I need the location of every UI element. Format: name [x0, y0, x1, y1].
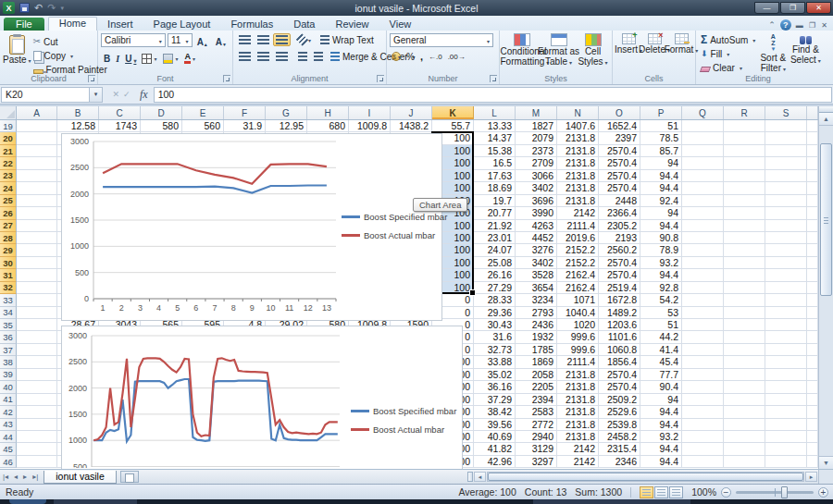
cell-A46[interactable] [17, 456, 57, 468]
restore-button[interactable]: ❐ [780, 2, 805, 14]
font-dialog-launcher-icon[interactable] [223, 75, 230, 82]
cell-O27[interactable]: 2305.2 [599, 220, 640, 232]
cell-R46[interactable] [724, 456, 765, 468]
cell-P40[interactable]: 90.4 [640, 381, 682, 393]
cell-N36[interactable]: 999.6 [557, 331, 599, 343]
cell-R38[interactable] [724, 356, 765, 368]
cell-A45[interactable] [17, 443, 57, 455]
cell-L39[interactable]: 35.02 [474, 369, 516, 381]
cell-M36[interactable]: 1932 [516, 331, 557, 343]
cell-Q31[interactable] [682, 269, 724, 281]
cell-L20[interactable]: 14.37 [474, 132, 516, 144]
cell-O19[interactable]: 1652.4 [599, 120, 640, 132]
cell-O28[interactable]: 2193 [599, 232, 640, 244]
cell-O23[interactable]: 2570.4 [599, 170, 640, 182]
italic-button[interactable]: I [113, 54, 122, 64]
font-size-select[interactable]: 11 [168, 33, 193, 47]
row-header-26[interactable]: 26 [0, 207, 17, 219]
cell-P36[interactable]: 44.2 [640, 331, 682, 343]
excel-app-icon[interactable] [3, 2, 15, 14]
cell-M28[interactable]: 4452 [516, 232, 557, 244]
cell-O22[interactable]: 2570.4 [599, 157, 640, 169]
cell-Q27[interactable] [682, 220, 724, 232]
cell-O37[interactable]: 1060.8 [599, 344, 640, 356]
cell-M43[interactable]: 2772 [516, 419, 557, 431]
column-header-L[interactable]: L [474, 106, 516, 119]
minimize-button[interactable]: — [754, 2, 779, 14]
cell-A24[interactable] [17, 182, 57, 194]
cell-O44[interactable]: 2458.2 [599, 431, 640, 443]
cell-M32[interactable]: 3654 [516, 282, 557, 294]
cell-L38[interactable]: 33.88 [474, 356, 516, 368]
cell-L31[interactable]: 26.16 [474, 269, 516, 281]
cell-S34[interactable] [765, 307, 807, 319]
cell-M19[interactable]: 1827 [516, 120, 557, 132]
cell-R26[interactable] [724, 207, 765, 219]
column-header-C[interactable]: C [99, 106, 141, 119]
tab-insert[interactable]: Insert [97, 18, 143, 31]
cell-Q33[interactable] [682, 294, 724, 306]
cell-Q45[interactable] [682, 443, 724, 455]
cell-R24[interactable] [724, 182, 765, 194]
enter-icon[interactable]: ✓ [123, 90, 131, 99]
cell-R21[interactable] [724, 145, 765, 157]
cell-M22[interactable]: 2709 [516, 157, 557, 169]
cell-L36[interactable]: 31.6 [474, 331, 516, 343]
row-header-28[interactable]: 28 [0, 232, 17, 244]
vertical-scrollbar[interactable]: ▲ ▼ [818, 106, 833, 469]
save-icon[interactable] [19, 3, 30, 13]
autosum-button[interactable]: ΣAutoSum [699, 33, 757, 46]
cell-S46[interactable] [765, 456, 807, 468]
cell-O31[interactable]: 2570.4 [599, 269, 640, 281]
cell-A20[interactable] [17, 132, 57, 144]
cell-P41[interactable]: 94 [640, 394, 682, 406]
align-left-button[interactable] [236, 50, 254, 63]
cell-M33[interactable]: 3234 [516, 294, 557, 306]
cell-P45[interactable]: 94.4 [640, 443, 682, 455]
cell-Q39[interactable] [682, 369, 724, 381]
accounting-format-icon[interactable]: $ [392, 52, 401, 61]
cell-Q20[interactable] [682, 132, 724, 144]
cell-Q30[interactable] [682, 257, 724, 269]
cell-R39[interactable] [724, 369, 765, 381]
cell-Q46[interactable] [682, 456, 724, 468]
zoom-out-icon[interactable]: − [721, 487, 731, 498]
cell-G19[interactable]: 12.95 [266, 120, 307, 132]
column-header-G[interactable]: G [266, 106, 307, 119]
cell-M46[interactable]: 3297 [516, 456, 557, 468]
cell-A28[interactable] [17, 232, 57, 244]
row-header-21[interactable]: 21 [0, 145, 17, 157]
row-header-19[interactable]: 19 [0, 120, 17, 132]
legend-entry[interactable]: Boost Specified mbar [342, 212, 447, 222]
cell-N23[interactable]: 2131.8 [557, 170, 599, 182]
cell-P34[interactable]: 53 [640, 307, 682, 319]
cell-S40[interactable] [765, 381, 807, 393]
chart-boost-lower[interactable]: 50010001500200025003000Boost Specified m… [61, 326, 463, 469]
row-header-46[interactable]: 46 [0, 456, 17, 468]
cancel-icon[interactable]: ✕ [112, 90, 119, 99]
cell-O21[interactable]: 2570.4 [599, 145, 640, 157]
cell-N41[interactable]: 2131.8 [557, 394, 599, 406]
cell-S41[interactable] [765, 394, 807, 406]
cell-L27[interactable]: 21.92 [474, 220, 516, 232]
cell-Q35[interactable] [682, 319, 724, 331]
cell-A41[interactable] [17, 394, 57, 406]
cell-Q34[interactable] [682, 307, 724, 319]
row-header-37[interactable]: 37 [0, 344, 17, 356]
cell-L45[interactable]: 41.82 [474, 443, 516, 455]
cell-M30[interactable]: 3402 [516, 257, 557, 269]
format-cells-button[interactable]: Format [667, 33, 695, 55]
cell-L29[interactable]: 24.07 [474, 244, 516, 256]
cell-S29[interactable] [765, 244, 807, 256]
cell-A31[interactable] [17, 269, 57, 281]
cell-S36[interactable] [765, 331, 807, 343]
cell-R33[interactable] [724, 294, 765, 306]
cell-P24[interactable]: 94.4 [640, 182, 682, 194]
paste-button[interactable]: Paste [3, 33, 31, 76]
cell-A39[interactable] [17, 369, 57, 381]
redo-icon[interactable]: ↷ [47, 3, 56, 13]
cell-L43[interactable]: 39.56 [474, 419, 516, 431]
cell-O38[interactable]: 1856.4 [599, 356, 640, 368]
cell-N44[interactable]: 2131.8 [557, 431, 599, 443]
horizontal-scroll-thumb[interactable] [488, 473, 803, 481]
